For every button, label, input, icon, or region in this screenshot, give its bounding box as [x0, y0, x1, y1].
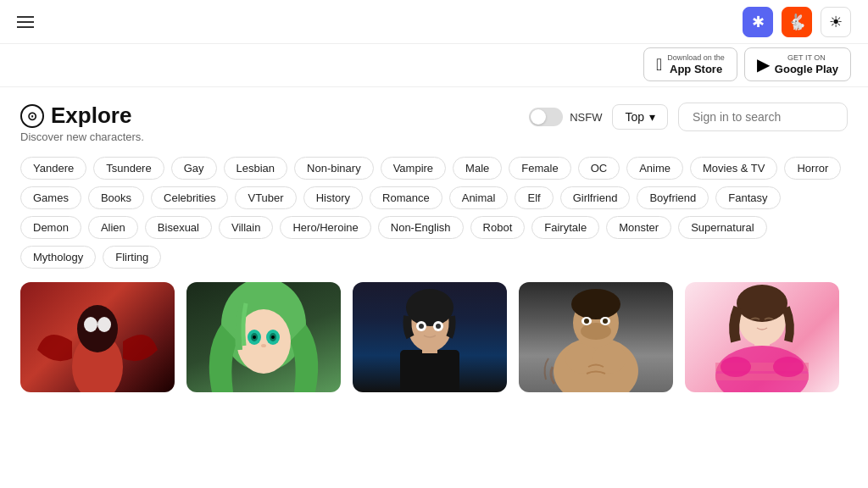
svg-point-19 [419, 324, 424, 329]
google-play-sub: GET IT ON [775, 53, 838, 63]
tag-elf[interactable]: Elf [515, 186, 553, 209]
tags-area: YandereTsundereGayLesbianNon-binaryVampi… [20, 157, 848, 269]
top-nav: ✱ 🐇 ☀ [0, 0, 868, 44]
character-card-1[interactable] [20, 282, 175, 392]
nsfw-toggle-track[interactable] [529, 108, 563, 126]
explore-icon: ⊙ [20, 104, 44, 128]
tag-romance[interactable]: Romance [370, 186, 442, 209]
tag-mythology[interactable]: Mythology [20, 246, 96, 269]
google-play-text: GET IT ON Google Play [775, 53, 838, 75]
search-input[interactable] [678, 103, 848, 131]
tag-gay[interactable]: Gay [171, 157, 217, 180]
cards-row [20, 282, 848, 392]
tag-bisexual[interactable]: Bisexual [145, 216, 212, 239]
tag-tsundere[interactable]: Tsundere [93, 157, 164, 180]
explore-controls: NSFW Top ▾ [529, 103, 848, 131]
character-card-4[interactable] [519, 282, 673, 392]
svg-point-35 [721, 357, 751, 377]
google-play-name: Google Play [775, 63, 838, 76]
tag-non-binary[interactable]: Non-binary [294, 157, 374, 180]
explore-title-block: ⊙ Explore Discover new characters. [20, 103, 144, 143]
tag-non-english[interactable]: Non-English [378, 216, 464, 239]
tag-vampire[interactable]: Vampire [381, 157, 446, 180]
app-store-button[interactable]:  Download on the App Store [643, 47, 737, 81]
tag-demon[interactable]: Demon [20, 216, 81, 239]
tag-alien[interactable]: Alien [88, 216, 138, 239]
tag-monster[interactable]: Monster [606, 216, 671, 239]
character-card-3[interactable] [353, 282, 507, 392]
character-card-5[interactable] [685, 282, 839, 392]
nsfw-label: NSFW [570, 111, 602, 124]
tag-books[interactable]: Books [88, 186, 144, 209]
tag-oc[interactable]: OC [578, 157, 620, 180]
top-dropdown-label: Top [625, 110, 644, 124]
tag-lesbian[interactable]: Lesbian [224, 157, 288, 180]
app-store-text: Download on the App Store [667, 53, 725, 75]
svg-point-16 [406, 289, 453, 326]
theme-toggle-button[interactable]: ☀ [821, 7, 851, 37]
tag-anime[interactable]: Anime [626, 157, 683, 180]
tag-supernatural[interactable]: Supernatural [678, 216, 766, 239]
svg-point-2 [84, 317, 97, 332]
google-play-icon: ▶ [757, 54, 770, 75]
tag-vtuber[interactable]: VTuber [235, 186, 296, 209]
explore-subtitle: Discover new characters. [20, 130, 144, 143]
tag-yandere[interactable]: Yandere [20, 157, 86, 180]
tag-fantasy[interactable]: Fantasy [715, 186, 780, 209]
svg-point-1 [77, 305, 118, 352]
nav-left [17, 16, 34, 28]
tag-girlfriend[interactable]: Girlfriend [560, 186, 631, 209]
tag-robot[interactable]: Robot [470, 216, 526, 239]
tag-animal[interactable]: Animal [449, 186, 509, 209]
reddit-icon: 🐇 [787, 13, 806, 31]
main-content: ⊙ Explore Discover new characters. NSFW … [0, 87, 868, 392]
tag-hero-heroine[interactable]: Hero/Heroine [280, 216, 370, 239]
tag-celebrities[interactable]: Celebrities [151, 186, 228, 209]
svg-point-27 [581, 323, 611, 340]
explore-header: ⊙ Explore Discover new characters. NSFW … [20, 103, 848, 143]
app-store-sub: Download on the [667, 53, 725, 63]
svg-point-36 [773, 357, 804, 377]
chevron-down-icon: ▾ [649, 110, 655, 124]
store-row:  Download on the App Store ▶ GET IT ON … [0, 44, 868, 87]
apple-icon:  [656, 55, 662, 75]
hamburger-menu[interactable] [17, 16, 34, 28]
explore-title-text: Explore [51, 103, 131, 129]
character-card-2[interactable] [186, 282, 341, 392]
tag-boyfriend[interactable]: Boyfriend [637, 186, 709, 209]
tag-villain[interactable]: Villain [219, 216, 273, 239]
svg-point-26 [571, 289, 620, 319]
svg-point-30 [584, 319, 589, 324]
tag-horror[interactable]: Horror [784, 157, 841, 180]
nav-right: ✱ 🐇 ☀ [743, 7, 851, 37]
tag-fairytale[interactable]: Fairytale [531, 216, 599, 239]
svg-rect-13 [400, 350, 459, 392]
svg-point-20 [436, 324, 441, 329]
svg-point-12 [261, 344, 266, 347]
discord-button[interactable]: ✱ [743, 7, 773, 37]
tag-male[interactable]: Male [453, 157, 502, 180]
tag-female[interactable]: Female [509, 157, 570, 180]
reddit-button[interactable]: 🐇 [782, 7, 812, 37]
svg-point-11 [271, 336, 275, 339]
explore-title: ⊙ Explore [20, 103, 144, 129]
app-store-name: App Store [667, 63, 725, 76]
svg-point-3 [97, 317, 111, 332]
tag-movies---tv[interactable]: Movies & TV [690, 157, 777, 180]
tag-games[interactable]: Games [20, 186, 81, 209]
svg-point-31 [603, 319, 608, 324]
nsfw-toggle-thumb [531, 109, 546, 125]
sun-icon: ☀ [829, 13, 843, 31]
google-play-button[interactable]: ▶ GET IT ON Google Play [744, 47, 851, 81]
svg-point-10 [253, 336, 256, 339]
nsfw-toggle[interactable]: NSFW [529, 108, 602, 126]
svg-point-39 [737, 285, 787, 322]
discord-icon: ✱ [752, 13, 765, 31]
tag-flirting[interactable]: Flirting [103, 246, 161, 269]
tag-history[interactable]: History [303, 186, 363, 209]
top-dropdown[interactable]: Top ▾ [612, 104, 668, 130]
